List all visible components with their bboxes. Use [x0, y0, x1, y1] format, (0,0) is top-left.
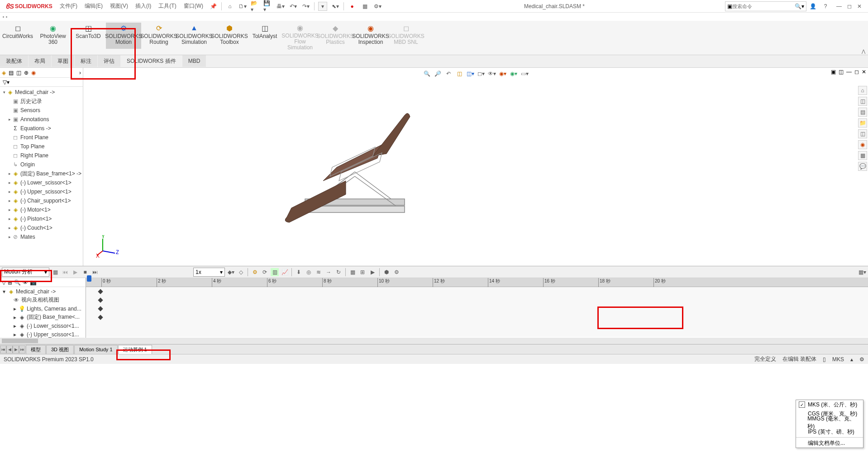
- new-icon[interactable]: 🗋▾: [238, 2, 247, 11]
- motion-tree-root[interactable]: ▾◈Medical_chair ->: [0, 287, 86, 296]
- search-icon[interactable]: 🔍▾: [795, 3, 804, 9]
- view-orient-icon[interactable]: ◫▾: [466, 70, 474, 78]
- mt-sim-setup-icon[interactable]: ▦: [348, 268, 357, 276]
- status-units[interactable]: MKS: [832, 356, 844, 363]
- bt-nav-last-icon[interactable]: ⏭: [19, 345, 25, 354]
- rebuild-icon[interactable]: ●: [348, 2, 357, 11]
- mt-motor-icon[interactable]: ⚙: [251, 268, 259, 276]
- tp-forum-icon[interactable]: 💬: [858, 162, 867, 171]
- maximize-icon[interactable]: ◻: [847, 3, 852, 9]
- motion-tree-item[interactable]: ▸💡Lights, Cameras and...: [0, 304, 86, 313]
- tab-sketch[interactable]: 草图: [52, 55, 74, 67]
- mt-gravity-icon[interactable]: ⬇: [295, 268, 303, 276]
- search-box[interactable]: ▣ 🔍▾: [725, 1, 806, 11]
- motion-zoom-combo[interactable]: 1x▾: [193, 268, 225, 277]
- bottom-tab-motionstudy1[interactable]: Motion Study 1: [74, 345, 117, 354]
- mt-mass-icon[interactable]: ⬢: [382, 268, 391, 276]
- bt-nav-first-icon[interactable]: ⏮: [0, 345, 6, 354]
- fm-tab-tree-icon[interactable]: ◈: [2, 70, 6, 76]
- fm-tab-display-icon[interactable]: ⊕: [24, 70, 29, 76]
- mt-mesh-icon[interactable]: ⊞: [358, 268, 367, 276]
- minimize-icon[interactable]: —: [836, 3, 842, 9]
- tab-mbd[interactable]: MBD: [182, 55, 206, 67]
- mt-tree-expand-icon[interactable]: ⊞: [8, 279, 12, 286]
- playhead-icon[interactable]: [87, 275, 91, 282]
- mt-tree-cam-icon[interactable]: 📷: [30, 279, 37, 286]
- tree-item[interactable]: ▸⊘Mates: [0, 232, 83, 241]
- tp-library-icon[interactable]: ▤: [858, 108, 867, 117]
- fm-tab-appear-icon[interactable]: ◉: [31, 70, 36, 76]
- bottom-tab-3dview[interactable]: 3D 视图: [46, 345, 74, 354]
- settings-icon[interactable]: ⚙▾: [373, 2, 382, 11]
- keyframe[interactable]: [98, 297, 103, 302]
- vp-tile-icon[interactable]: ▣: [831, 69, 836, 75]
- tab-annotate[interactable]: 标注: [75, 55, 97, 67]
- timeline-body[interactable]: [86, 287, 868, 337]
- zoom-area-icon[interactable]: 🔎: [434, 70, 442, 78]
- ribbon-flowsim[interactable]: ◉SOLIDWORKSFlow Simulation: [282, 23, 318, 49]
- tree-item[interactable]: ◻Front Plane: [0, 133, 83, 142]
- menu-tools[interactable]: 工具(T): [155, 2, 180, 10]
- ribbon-toolbox[interactable]: ⬢SOLIDWORKSToolbox: [212, 23, 247, 49]
- mt-contact-icon[interactable]: ◎: [305, 268, 313, 276]
- fm-tab-config-icon[interactable]: ◫: [16, 70, 21, 76]
- view-settings-icon[interactable]: ▭▾: [520, 70, 529, 78]
- tree-item[interactable]: ◻Right Plane: [0, 151, 83, 160]
- tp-home-icon[interactable]: ⌂: [858, 86, 867, 95]
- units-ips[interactable]: IPS (英寸、磅、秒): [796, 427, 863, 436]
- tp-resources-icon[interactable]: ◫: [858, 97, 867, 106]
- keyframe[interactable]: [98, 315, 103, 320]
- section-icon[interactable]: ◫: [455, 70, 463, 78]
- keyframe[interactable]: [98, 289, 103, 294]
- motion-tree-item[interactable]: ▸◈(固定) Base_frame<...: [0, 313, 86, 321]
- mt-torque-icon[interactable]: ↻: [334, 268, 343, 276]
- tab-assembly[interactable]: 装配体: [0, 55, 28, 67]
- cursor-icon[interactable]: ⬉▾: [331, 2, 340, 11]
- tree-item[interactable]: ΣEquations ->: [0, 124, 83, 133]
- viewport[interactable]: 🔍 🔎 ↶ ◫ ◫▾ ◻▾ 👁▾ ◉▾ ◉▾ ▭▾ ▣ ◫ — ◻ ✕: [83, 68, 868, 266]
- tree-item[interactable]: ▣Sensors: [0, 106, 83, 115]
- select-icon[interactable]: ▾: [318, 2, 327, 11]
- bottom-tab-motion-cn[interactable]: 运动算例 1: [118, 345, 152, 354]
- open-icon[interactable]: 📂▾: [251, 2, 260, 11]
- ribbon-routing[interactable]: ⟳SOLIDWORKSRouting: [141, 23, 176, 49]
- tab-layout[interactable]: 布局: [29, 55, 51, 67]
- tree-item[interactable]: ▸◈(-) Lower_scissor<1>: [0, 178, 83, 187]
- redo-icon[interactable]: ↷▾: [301, 2, 310, 11]
- tp-explorer-icon[interactable]: 📁: [858, 118, 867, 127]
- tree-item[interactable]: ▸◈(-) Upper_scissor<1>: [0, 187, 83, 196]
- user-icon[interactable]: 👤: [808, 2, 817, 11]
- tp-view-icon[interactable]: ◫: [858, 129, 867, 138]
- units-mks[interactable]: ✓MKS (米、公斤、秒): [796, 400, 863, 409]
- vp-close-icon[interactable]: ✕: [862, 69, 866, 75]
- units-edit[interactable]: 编辑文档单位...: [796, 439, 863, 448]
- ribbon-motion[interactable]: ⚙SOLIDWORKSMotion: [106, 23, 141, 49]
- undo-icon[interactable]: ↶▾: [289, 2, 298, 11]
- mt-result-icon[interactable]: ▥: [271, 268, 279, 276]
- tree-item[interactable]: ▸◈(-) Motor<1>: [0, 205, 83, 214]
- tree-item[interactable]: ◻Top Plane: [0, 142, 83, 151]
- tree-item[interactable]: ▸◈(-) Piston<1>: [0, 214, 83, 223]
- play-end-icon[interactable]: ⏭: [91, 268, 99, 276]
- ribbon-expand-icon[interactable]: ⋀: [862, 49, 865, 54]
- tree-item[interactable]: ↳Origin: [0, 160, 83, 169]
- mt-key-icon[interactable]: ◆▾: [227, 268, 235, 276]
- timeline[interactable]: 0 秒2 秒4 秒6 秒8 秒10 秒12 秒14 秒16 秒18 秒20 秒: [86, 278, 868, 338]
- home-icon[interactable]: ⌂: [225, 2, 234, 11]
- calculate-icon[interactable]: ▦: [51, 268, 59, 276]
- menu-view[interactable]: 视图(V): [106, 2, 132, 10]
- motion-tree-item[interactable]: ▸◈(-) Upper_scissor<1...: [0, 330, 86, 338]
- timeline-scrollbar[interactable]: [0, 338, 868, 344]
- mt-damper-icon[interactable]: ≋: [315, 268, 323, 276]
- fm-tab-prop-icon[interactable]: ▤: [9, 70, 14, 76]
- mt-autokey-icon[interactable]: ◇: [237, 268, 245, 276]
- tp-appearance-icon[interactable]: ◉: [858, 140, 867, 149]
- mt-tree-eye-icon[interactable]: 👁: [23, 279, 28, 286]
- bottom-tab-model[interactable]: 模型: [26, 345, 46, 354]
- tp-properties-icon[interactable]: ▦: [858, 151, 867, 160]
- status-gear-icon[interactable]: ⚙: [859, 356, 864, 363]
- ribbon-mbdsnl[interactable]: ◻SOLIDWORKSMBD SNL: [388, 23, 424, 49]
- tree-item[interactable]: ▣历史记录: [0, 97, 83, 106]
- play-start-icon[interactable]: ⏮: [61, 268, 69, 276]
- mt-tree-filter-icon[interactable]: ▽: [2, 279, 6, 286]
